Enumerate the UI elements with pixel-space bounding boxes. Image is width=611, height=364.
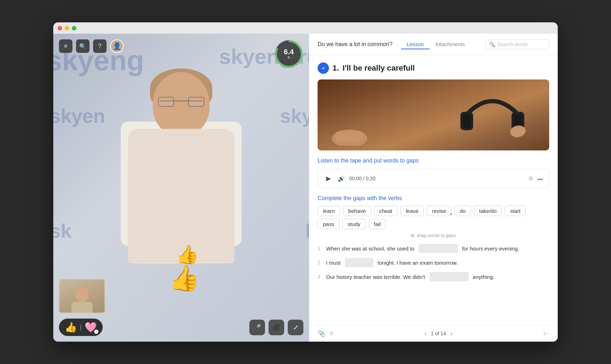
camera-button[interactable]: ⬛ <box>269 320 284 335</box>
help-icon: ? <box>98 43 102 49</box>
word-tag-study[interactable]: study <box>342 219 366 229</box>
brand-text-5: sk <box>53 220 71 242</box>
minimize-button[interactable] <box>65 26 69 31</box>
search-box[interactable]: 🔍 Search words <box>485 39 549 49</box>
section-heading: I'll be really carefull <box>342 64 415 73</box>
section-icon <box>318 62 329 74</box>
volume-icon: 🔊 <box>338 176 345 182</box>
mic-icon: 🎤 <box>253 324 261 331</box>
word-label: study <box>348 221 361 227</box>
complete-gaps-title: Complete the gaps with the verbs <box>318 195 549 202</box>
video-bottom: 👍 | 🩷 + 🎤 ⬛ ⤢ <box>59 319 303 336</box>
person-body <box>128 129 234 264</box>
menu-button[interactable]: ≡ <box>59 39 72 53</box>
control-buttons: 🎤 ⬛ ⤢ <box>249 320 303 335</box>
timer-circle[interactable]: 6.4 ↻ <box>274 39 303 68</box>
cursor-plus-icon: + <box>450 212 452 217</box>
lesson-header: Do we have a lot in common? Lesson Attac… <box>309 34 558 55</box>
word-label: revise <box>432 208 446 214</box>
sentence-num-3: 3 <box>318 274 323 280</box>
close-button[interactable] <box>58 26 62 31</box>
fill-blank-2[interactable] <box>345 258 373 267</box>
time-display: 00:00 / 0:20 <box>349 176 524 181</box>
sentence-2-after: tonight. I have an exam tomorrow. <box>378 260 458 266</box>
search-button[interactable]: 🔍 <box>76 39 90 53</box>
settings-icon: ⚙ <box>528 176 533 182</box>
footer-left: 📎 ≡ <box>318 330 334 337</box>
word-tag-behave[interactable]: behave <box>343 206 371 216</box>
fill-blank-1[interactable] <box>418 244 458 253</box>
play-icon: ▶ <box>326 175 331 182</box>
video-panel: skyeng skyeng.ru skyen sky sk k ≡ 🔍 ? <box>53 34 309 342</box>
sentence-num-2: 2 <box>318 260 323 265</box>
volume-button[interactable]: 🔊 <box>338 175 345 182</box>
word-tag-leave[interactable]: leave <box>400 206 424 216</box>
next-page-button[interactable]: › <box>450 330 453 337</box>
emoji-thumbs-large: 👍 <box>169 265 200 292</box>
traffic-lights <box>58 26 76 31</box>
thumbs-up-reaction[interactable]: 👍 <box>65 321 77 333</box>
word-tag-cheat[interactable]: cheat <box>374 206 398 216</box>
main-content: skyeng skyeng.ru skyen sky sk k ≡ 🔍 ? <box>53 34 558 342</box>
audio-captions-button[interactable]: ▬ <box>537 175 543 182</box>
play-button[interactable]: ▶ <box>324 173 334 183</box>
word-tag-takedo[interactable]: take/do <box>474 206 502 216</box>
reaction-cursor: 🩷 + <box>85 321 97 333</box>
sentence-num-1: 1 <box>318 246 323 251</box>
fill-sentences: 1 When she was at school, she used to fo… <box>318 244 549 281</box>
fullscreen-button[interactable]: ⤢ <box>288 320 303 335</box>
word-label: pass <box>323 221 334 227</box>
word-tag-learn[interactable]: learn <box>318 206 340 216</box>
word-tag-start[interactable]: start <box>505 206 526 216</box>
word-tag-revise[interactable]: revise + <box>427 206 452 216</box>
footer-navigation: ‹ 1 of 14 › <box>425 330 453 337</box>
word-tag-fail[interactable]: fail <box>369 219 386 229</box>
word-label: start <box>510 208 520 214</box>
sentence-2-before: I must <box>326 260 341 266</box>
fullscreen-icon: ⤢ <box>293 324 298 331</box>
lesson-image <box>318 79 549 150</box>
lesson-title: Do we have a lot in common? <box>318 41 393 48</box>
avatar-button[interactable]: 👤 <box>110 39 124 53</box>
menu-icon: ≡ <box>64 43 67 49</box>
maximize-button[interactable] <box>72 26 76 31</box>
attachment-button[interactable]: 📎 <box>318 330 325 337</box>
tab-lesson[interactable]: Lesson <box>401 40 429 49</box>
page-indicator: 1 of 14 <box>431 331 446 336</box>
time-total: 0:20 <box>366 176 375 181</box>
section-title: 1. I'll be really carefull <box>318 62 549 74</box>
prev-page-button[interactable]: ‹ <box>425 330 427 337</box>
audio-player[interactable]: ▶ 🔊 00:00 / 0:20 ⚙ ▬ <box>318 169 549 188</box>
word-label: do <box>460 208 466 214</box>
svg-rect-11 <box>335 131 364 142</box>
help-button[interactable]: ? <box>93 39 107 53</box>
hands-image <box>328 117 371 147</box>
headphones-image <box>457 85 528 143</box>
search-icon: 🔍 <box>79 43 86 50</box>
mini-video <box>59 279 105 313</box>
exit-button[interactable]: ⊢ <box>544 330 549 337</box>
audio-settings-button[interactable]: ⚙ <box>528 175 533 182</box>
emoji-container: 👍 👍 <box>169 244 200 292</box>
word-label: leave <box>406 208 418 214</box>
camera-icon: ⬛ <box>272 324 280 331</box>
sentence-3-before: Our history teacher was terrible. We did… <box>326 274 425 280</box>
person-head <box>153 72 210 136</box>
word-label: take/do <box>479 208 497 214</box>
instruction-listen: Listen to the tape and put words to gaps <box>318 158 549 164</box>
mic-button[interactable]: 🎤 <box>249 320 265 335</box>
drag-hint-icon: ⊕ <box>411 233 415 238</box>
lesson-body: 1. I'll be really carefull <box>309 55 558 325</box>
word-tag-pass[interactable]: pass <box>318 219 340 229</box>
word-tags-container: learn behave cheat leave revise + <box>318 206 549 229</box>
list-button[interactable]: ≡ <box>330 330 334 337</box>
lesson-footer: 📎 ≡ ‹ 1 of 14 › ⊢ <box>309 325 558 342</box>
word-tag-do[interactable]: do <box>454 206 471 216</box>
captions-icon: ▬ <box>537 175 543 181</box>
page-current: 1 <box>431 331 434 336</box>
reaction-bar: 👍 | 🩷 + <box>59 319 103 336</box>
tab-attachments[interactable]: Attachments <box>429 40 470 49</box>
fill-blank-3[interactable] <box>429 272 469 281</box>
sentence-1-before: When she was at school, she used to <box>326 246 414 252</box>
word-label: learn <box>323 208 335 214</box>
